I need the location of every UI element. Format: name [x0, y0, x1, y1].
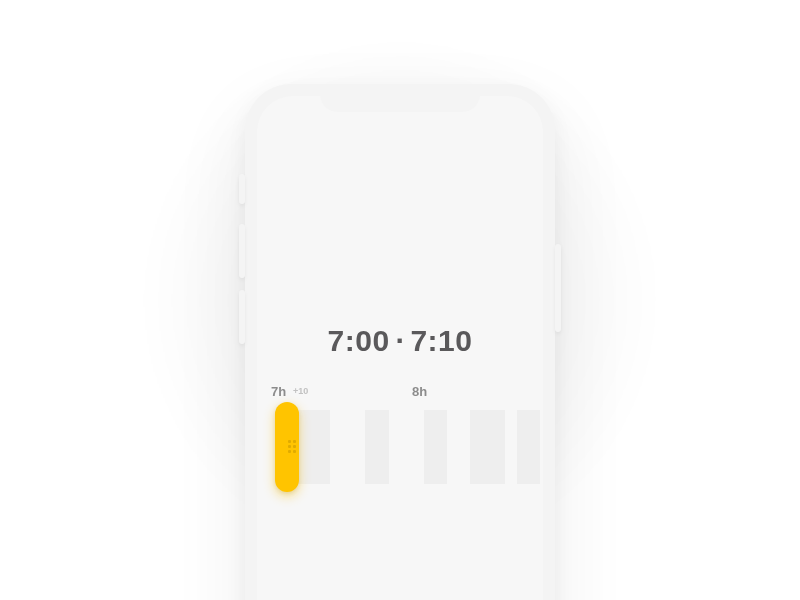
end-time: 7:10	[410, 324, 472, 357]
drag-grip-icon	[288, 440, 296, 454]
timeline: 7h +10 8h	[257, 384, 543, 504]
phone-frame: 7:00·7:10 7h +10 8h	[245, 84, 555, 600]
busy-slot	[319, 410, 331, 484]
time-range-display: 7:00·7:10	[257, 324, 543, 358]
increment-label: +10	[293, 386, 308, 396]
start-time: 7:00	[328, 324, 390, 357]
volume-up-button[interactable]	[239, 224, 245, 278]
power-button[interactable]	[555, 244, 561, 332]
separator-dot-icon: ·	[390, 324, 411, 357]
mute-switch-icon	[239, 174, 245, 204]
busy-slot	[517, 410, 540, 484]
busy-slot	[470, 410, 505, 484]
hour-label-7: 7h	[271, 384, 286, 399]
busy-slot	[424, 410, 447, 484]
time-slider-handle[interactable]	[275, 402, 299, 492]
timeline-labels: 7h +10 8h	[257, 384, 543, 410]
busy-slot	[365, 410, 388, 484]
phone-screen: 7:00·7:10 7h +10 8h	[257, 96, 543, 600]
canvas: 7:00·7:10 7h +10 8h	[0, 0, 800, 600]
hour-label-8: 8h	[412, 384, 427, 399]
volume-down-button[interactable]	[239, 290, 245, 344]
timeline-track[interactable]	[257, 410, 543, 484]
